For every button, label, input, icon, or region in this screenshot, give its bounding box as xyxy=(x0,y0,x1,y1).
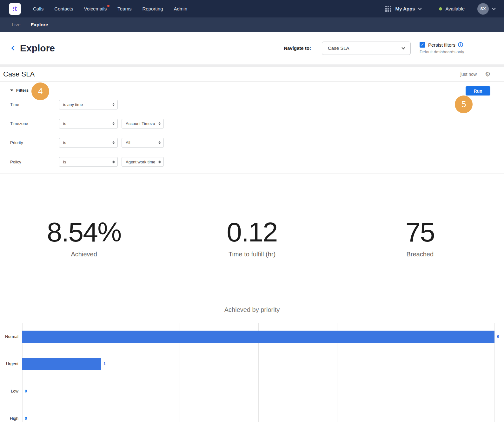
nav-item-contacts[interactable]: Contacts xyxy=(54,6,73,11)
gear-icon[interactable]: ⚙ xyxy=(485,71,491,77)
persist-filters-checkbox[interactable]: ✓ xyxy=(420,42,425,48)
chevron-down-icon[interactable] xyxy=(418,6,422,10)
nav-item-calls[interactable]: Calls xyxy=(33,6,43,11)
priority-operator-value: is xyxy=(63,140,110,145)
header-right-controls: Navigate to: Case SLA ✓ Persist filters … xyxy=(284,42,470,55)
notification-dot xyxy=(107,5,109,7)
status-available-dot-icon xyxy=(439,7,442,10)
unfold-icon xyxy=(112,103,115,106)
achieved-by-priority-chart: Normal6Urgent1Low0High0 xyxy=(22,323,494,422)
metric-achieved-value: 8.54% xyxy=(0,218,168,246)
topnav-right-cluster: My Apps Available SX xyxy=(385,3,495,15)
chart-value-label: 1 xyxy=(103,350,106,378)
logo-t-glyph: t xyxy=(15,5,17,12)
talkdesk-logo[interactable]: t xyxy=(9,3,21,15)
chart-gridline xyxy=(494,323,495,422)
logo-dots-icon xyxy=(13,7,14,11)
chart-bar[interactable] xyxy=(22,358,101,370)
dashboard-title: Case SLA xyxy=(3,70,35,78)
policy-value: Agent work time xyxy=(126,160,156,164)
chart-bar-row: High0 xyxy=(22,405,494,422)
info-icon[interactable]: i xyxy=(458,42,463,47)
persist-filters-label: Persist filters xyxy=(428,42,455,48)
filter-label-timezone: Timezone xyxy=(10,121,59,126)
metric-achieved-label: Achieved xyxy=(0,251,168,258)
explore-header: Explore Navigate to: Case SLA ✓ Persist … xyxy=(0,32,504,64)
nav-item-admin[interactable]: Admin xyxy=(174,6,187,11)
nav-item-teams[interactable]: Teams xyxy=(117,6,131,11)
apps-grid-icon[interactable] xyxy=(385,6,391,12)
filters-section-label: Filters xyxy=(16,88,29,93)
annotation-step-badge-4: 4 xyxy=(31,82,49,100)
chart-value-label: 0 xyxy=(25,405,27,422)
filter-row-timezone: Timezone is Account Timezo xyxy=(10,114,202,133)
navigate-to-dropdown[interactable]: Case SLA xyxy=(322,42,411,55)
timezone-value-select[interactable]: Account Timezo xyxy=(122,119,164,129)
dashboard-titlebar: Case SLA just now ⚙ xyxy=(0,67,504,82)
user-menu-chevron-icon[interactable] xyxy=(492,6,495,10)
primary-nav: Calls Contacts Voicemails Teams Reportin… xyxy=(33,6,187,11)
chart-category-label: High xyxy=(0,405,18,422)
status-label: Available xyxy=(445,6,465,11)
user-avatar[interactable]: SX xyxy=(477,3,489,15)
chart-bar-row: Normal6 xyxy=(22,323,494,350)
timezone-value: Account Timezo xyxy=(126,121,156,126)
priority-value: All xyxy=(126,140,156,145)
time-operator-select[interactable]: is any time xyxy=(59,100,118,109)
back-chevron-icon[interactable] xyxy=(11,46,17,51)
subnav-item-live[interactable]: Live xyxy=(12,22,21,27)
metric-breached: 75 Breached xyxy=(336,218,504,258)
unfold-icon xyxy=(112,141,115,144)
nav-item-voicemails[interactable]: Voicemails xyxy=(84,6,107,11)
navigate-to-label: Navigate to: xyxy=(284,45,311,51)
collapse-triangle-icon xyxy=(10,89,13,91)
reporting-subnav: Live Explore xyxy=(0,17,504,32)
unfold-icon xyxy=(158,122,161,125)
persist-filters-group: ✓ Persist filters i Default dashboards o… xyxy=(420,42,470,54)
navigate-to-value: Case SLA xyxy=(328,45,349,51)
section-divider xyxy=(0,64,504,67)
timezone-operator-value: is xyxy=(63,121,110,126)
subnav-item-explore[interactable]: Explore xyxy=(31,22,48,27)
policy-value-select[interactable]: Agent work time xyxy=(122,157,164,167)
dropdown-chevron-icon xyxy=(401,46,405,49)
page-title: Explore xyxy=(20,43,55,54)
metric-breached-value: 75 xyxy=(336,218,504,246)
unfold-icon xyxy=(112,122,115,125)
kpi-metrics-row: 8.54% Achieved 0.12 Time to fulfill (hr)… xyxy=(0,218,504,258)
chart-category-label: Normal xyxy=(0,323,18,350)
timezone-operator-select[interactable]: is xyxy=(59,119,118,129)
priority-operator-select[interactable]: is xyxy=(59,138,118,148)
priority-value-select[interactable]: All xyxy=(122,138,164,148)
chart-value-label: 0 xyxy=(25,378,27,405)
metric-time-to-fulfill-label: Time to fulfill (hr) xyxy=(168,251,336,258)
chart-category-label: Urgent xyxy=(0,350,18,378)
metric-breached-label: Breached xyxy=(336,251,504,258)
filter-label-priority: Priority xyxy=(10,140,59,145)
filter-row-priority: Priority is All xyxy=(10,133,202,152)
metric-achieved: 8.54% Achieved xyxy=(0,218,168,258)
metric-time-to-fulfill-value: 0.12 xyxy=(168,218,336,246)
unfold-icon xyxy=(158,141,161,144)
metric-time-to-fulfill: 0.12 Time to fulfill (hr) xyxy=(168,218,336,258)
my-apps-menu[interactable]: My Apps xyxy=(395,6,415,11)
chart-category-label: Low xyxy=(0,378,18,405)
last-run-timestamp: just now xyxy=(461,72,477,77)
annotation-step-badge-5: 5 xyxy=(455,96,473,113)
filter-row-policy: Policy is Agent work time xyxy=(10,152,202,171)
filters-panel: Filters 4 Time is any time Timezone is A… xyxy=(0,82,504,174)
persist-filters-note: Default dashboards only xyxy=(420,49,470,54)
unfold-icon xyxy=(112,161,115,163)
filter-label-policy: Policy xyxy=(10,160,59,164)
time-operator-value: is any time xyxy=(63,102,110,107)
policy-operator-select[interactable]: is xyxy=(59,157,118,167)
run-button[interactable]: Run xyxy=(466,86,490,96)
chart-bar-row: Low0 xyxy=(22,378,494,405)
filter-label-time: Time xyxy=(10,102,59,107)
chart-bar-row: Urgent1 xyxy=(22,350,494,378)
unfold-icon xyxy=(158,161,161,163)
agent-status[interactable]: Available xyxy=(439,6,465,11)
nav-item-reporting[interactable]: Reporting xyxy=(142,6,163,11)
chart-bar[interactable] xyxy=(22,331,494,343)
chart-value-label: 6 xyxy=(497,323,499,350)
